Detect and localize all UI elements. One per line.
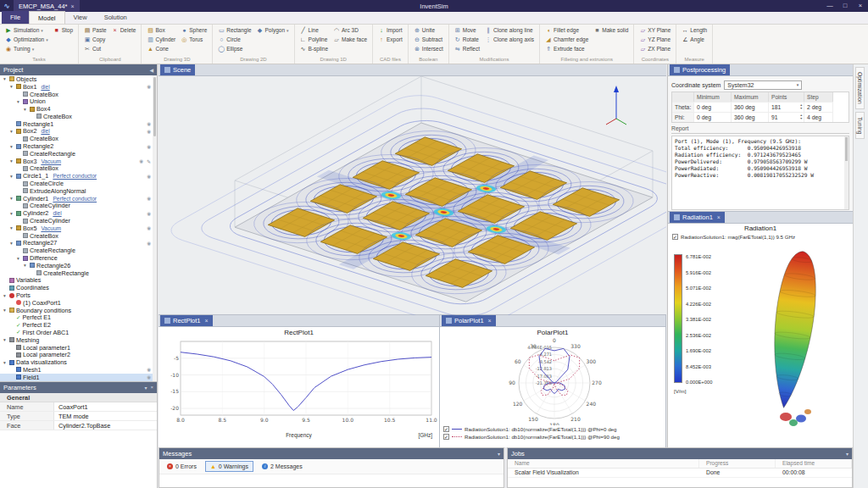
tree-item-mesh1[interactable]: Mesh1◉ [0, 366, 153, 374]
tree-item-perfect-e1[interactable]: ✓Perfect E1 [0, 314, 153, 322]
ribbon-item-fillet-edge[interactable]: ◖Fillet edge [542, 25, 591, 35]
tree-item-extrudealongnormal[interactable]: ExtrudeAlongNormal [0, 187, 153, 195]
minimize-button[interactable]: — [822, 0, 837, 12]
ribbon-item-simulation[interactable]: ▶Simulation▾ [3, 25, 51, 35]
tree-item-union[interactable]: ▾Union [0, 97, 153, 105]
tree-item-rectangle27[interactable]: ▾Rectangle27◉ [0, 240, 153, 247]
step-field[interactable]: 2 deg [804, 102, 833, 112]
close-panel-icon[interactable]: × [150, 385, 153, 391]
ribbon-item-xy-plane[interactable]: ▱XY Plane [637, 25, 673, 35]
tree-item-1-coaxport1[interactable]: (1) CoaxPort1 [0, 299, 153, 307]
expander-icon[interactable]: ▾ [2, 360, 8, 365]
expander-icon[interactable]: ▾ [2, 308, 8, 313]
parameter-value[interactable]: TEM mode [54, 412, 157, 420]
tree-item-box3[interactable]: ▾Box3Vacuum◉✎ [0, 158, 153, 165]
tree-item-createcylinder[interactable]: CreateCylinder [0, 217, 153, 225]
minimum-field[interactable]: 0 deg [694, 102, 732, 112]
scene-3d-viewport[interactable] [159, 76, 666, 315]
ribbon-item-rectangle[interactable]: ▭Rectangle [215, 25, 253, 35]
tree-item-rectangle1[interactable]: Rectangle1◉ [0, 120, 153, 128]
expander-icon[interactable]: ▾ [2, 293, 8, 298]
visibility-eye-icon[interactable]: ◉ [147, 225, 153, 230]
tree-item-createbox[interactable]: CreateBox [0, 232, 153, 240]
tab-close-icon[interactable]: × [205, 318, 209, 324]
ribbon-item-delete[interactable]: ×Delete [109, 25, 139, 35]
expander-icon[interactable]: ▾ [8, 129, 14, 134]
expander-icon[interactable]: ▾ [22, 263, 28, 268]
tree-item-ports[interactable]: ▾Ports [0, 291, 153, 299]
filter-2-messages[interactable]: i2 Messages [257, 461, 308, 472]
material-link[interactable]: diel [41, 128, 49, 134]
tree-item-createbox[interactable]: CreateBox [0, 113, 153, 120]
tree-item-meshing[interactable]: ▾Meshing [0, 336, 153, 344]
tree-item-box5[interactable]: ▾Box5Vacuum◉ [0, 225, 153, 232]
ribbon-item-torus[interactable]: ◎Torus [178, 35, 209, 44]
ribbon-item-extrude-face[interactable]: ⇑Extrude face [542, 44, 591, 53]
tab-postprocessing[interactable]: Postprocessing [670, 64, 730, 75]
scene-canvas[interactable] [159, 76, 666, 315]
tree-item-perfect-e2[interactable]: ✓Perfect E2 [0, 321, 153, 329]
tree-item-rectangle2[interactable]: ▾Rectangle2◉ [0, 142, 153, 150]
expander-icon[interactable]: ▾ [15, 99, 21, 104]
tree-item-createbox[interactable]: CreateBox [0, 91, 153, 98]
visibility-eye-icon[interactable]: ◉ [147, 129, 153, 134]
tree-item-createbox[interactable]: CreateBox [0, 165, 153, 173]
document-tab[interactable]: EMCP_MSA_44* × [14, 0, 80, 12]
expander-icon[interactable]: ▾ [8, 211, 14, 216]
maximum-field[interactable]: 360 deg [732, 112, 769, 122]
ribbon-item-yz-plane[interactable]: ▱YZ Plane [637, 35, 673, 44]
tree-item-cylinder1[interactable]: ▾Cylinder1Perfect conductor◉ [0, 195, 153, 202]
ribbon-item-angle[interactable]: ∠Angle [679, 35, 709, 44]
ribbon-item-box[interactable]: ▧Box [144, 25, 178, 35]
tab-scene[interactable]: Scene [160, 64, 195, 75]
expander-icon[interactable]: ▾ [15, 256, 21, 261]
minimum-field[interactable]: 0 deg [694, 112, 732, 122]
material-link[interactable]: Vacuum [41, 158, 61, 164]
spinner-arrows-icon[interactable]: ▲▼ [800, 114, 803, 120]
ribbon-item-optimization[interactable]: ◆Optimization▾ [3, 35, 51, 44]
ribbon-item-polygon[interactable]: ◆Polygon▾ [254, 25, 292, 35]
filter-0-errors[interactable]: ×0 Errors [162, 461, 202, 472]
ribbon-item-arc-3d[interactable]: ◠Arc 3D [331, 25, 370, 35]
material-link[interactable]: Vacuum [41, 225, 61, 231]
tree-item-cylinder2[interactable]: ▾Cylinder2diel◉ [0, 209, 153, 217]
tree-item-box2[interactable]: ▾Box2diel◉ [0, 128, 153, 136]
ribbon-item-circle[interactable]: ○Circle [215, 35, 253, 44]
tree-item-local-parameter2[interactable]: Local parameter2 [0, 351, 153, 358]
document-tab-close-icon[interactable]: × [71, 3, 75, 9]
ribbon-item-import[interactable]: ↓Import [376, 25, 405, 35]
ribbon-item-reflect[interactable]: ⇋Reflect [452, 44, 482, 53]
ribbon-item-cylinder[interactable]: ▥Cylinder [144, 35, 178, 44]
ribbon-item-cone[interactable]: ▲Cone [144, 44, 178, 53]
collapse-panel-icon[interactable]: ◀ [149, 67, 153, 73]
ribbon-tab-file[interactable]: File [2, 11, 29, 24]
coordinate-system-dropdown[interactable]: System32 ▾ [724, 80, 802, 90]
ribbon-item-ellipse[interactable]: ◯Ellipse [215, 44, 253, 53]
checkbox-checked-icon[interactable]: ✓ [443, 426, 449, 432]
job-row-scalar-field-visualization[interactable]: Scalar Field VisualizationDone00:00:08 [508, 469, 852, 478]
step-field[interactable]: 4 deg [804, 112, 833, 122]
tree-item-field1[interactable]: Field1◉ [0, 374, 153, 381]
parameter-value[interactable]: Cylinder2.TopBase [54, 421, 157, 430]
visibility-eye-icon[interactable]: ◉ [147, 241, 153, 246]
tree-item-rectangle26[interactable]: ▾Rectangle26 [0, 262, 153, 269]
parameters-section-general[interactable]: General [0, 393, 157, 402]
tab-close-icon[interactable]: × [488, 318, 492, 324]
ribbon-item-clone-along-axis[interactable]: ⋮Clone along axis [482, 35, 537, 44]
edit-pencil-icon[interactable]: ✎ [147, 158, 153, 164]
ribbon-item-cut[interactable]: ✂Cut [81, 44, 109, 53]
tab-radiation1[interactable]: Radiation1 × [670, 212, 725, 223]
ribbon-item-rotate[interactable]: ↻Rotate [452, 35, 482, 44]
ribbon-item-stop[interactable]: ■Stop [51, 25, 75, 35]
expander-icon[interactable]: ▾ [2, 76, 8, 81]
visibility-eye-icon[interactable]: ◉ [147, 121, 153, 126]
report-scrollbar[interactable] [844, 136, 849, 209]
points-stepper[interactable]: 91▲▼ [769, 112, 804, 122]
ribbon-item-unite[interactable]: ⊕Unite [411, 25, 446, 35]
side-tab-optimization[interactable]: Optimization [855, 67, 865, 109]
expander-icon[interactable]: ▾ [8, 158, 14, 164]
pin-icon[interactable]: ▾ [144, 385, 147, 391]
tree-item-boundary-conditions[interactable]: ▾Boundary conditions [0, 307, 153, 314]
ribbon-item-chamfer-edge[interactable]: ◢Chamfer edge [542, 35, 591, 44]
expander-icon[interactable]: ▾ [8, 174, 14, 179]
